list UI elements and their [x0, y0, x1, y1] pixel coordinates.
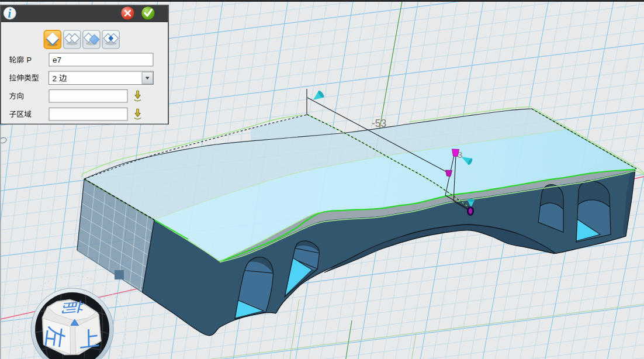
- svg-text:i: i: [8, 7, 12, 20]
- svg-text:-53: -53: [372, 118, 386, 129]
- svg-text:2: 2: [53, 74, 57, 83]
- svg-text:P: P: [27, 56, 32, 64]
- svg-text:e7: e7: [53, 56, 61, 64]
